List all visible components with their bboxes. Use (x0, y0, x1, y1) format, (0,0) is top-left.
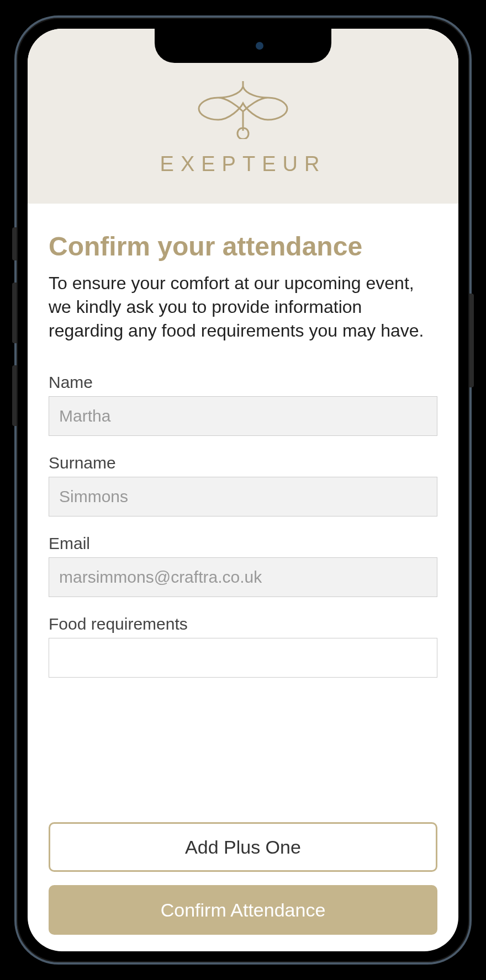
surname-input[interactable] (49, 477, 437, 516)
email-input[interactable] (49, 557, 437, 597)
phone-screen: EXEPTEUR Confirm your attendance To ensu… (28, 29, 458, 951)
surname-field-group: Surname (49, 454, 437, 516)
confirm-attendance-button[interactable]: Confirm Attendance (49, 885, 437, 935)
phone-notch (155, 29, 331, 63)
food-input[interactable] (49, 638, 437, 678)
phone-side-buttons-left (12, 227, 17, 448)
phone-side-button-right (469, 294, 474, 387)
logo-icon (188, 78, 298, 141)
food-label: Food requirements (49, 615, 437, 633)
email-field-group: Email (49, 534, 437, 597)
name-field-group: Name (49, 373, 437, 436)
brand-name: EXEPTEUR (160, 152, 326, 176)
page-description: To ensure your comfort at our upcoming e… (49, 271, 437, 343)
phone-frame: EXEPTEUR Confirm your attendance To ensu… (14, 15, 472, 965)
food-field-group: Food requirements (49, 615, 437, 678)
page-title: Confirm your attendance (49, 231, 437, 262)
email-label: Email (49, 534, 437, 553)
name-input[interactable] (49, 396, 437, 436)
button-group: Add Plus One Confirm Attendance (49, 800, 437, 935)
main-content: Confirm your attendance To ensure your c… (28, 204, 458, 951)
camera-icon (256, 42, 263, 50)
surname-label: Surname (49, 454, 437, 472)
app-content: EXEPTEUR Confirm your attendance To ensu… (28, 29, 458, 951)
add-plus-one-button[interactable]: Add Plus One (49, 822, 437, 872)
name-label: Name (49, 373, 437, 392)
